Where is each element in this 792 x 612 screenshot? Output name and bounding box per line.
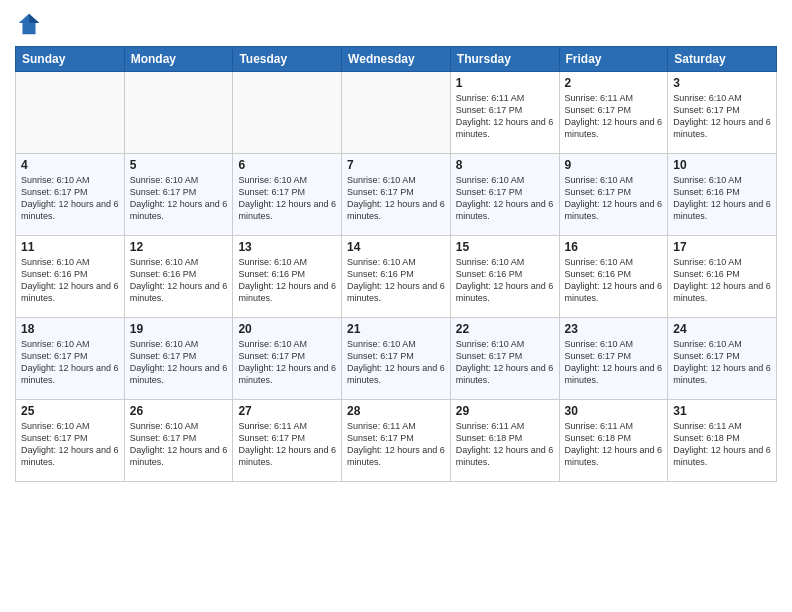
weekday-header-friday: Friday (559, 47, 668, 72)
calendar-table: SundayMondayTuesdayWednesdayThursdayFrid… (15, 46, 777, 482)
day-number: 21 (347, 322, 445, 336)
day-number: 8 (456, 158, 554, 172)
calendar-cell: 14Sunrise: 6:10 AM Sunset: 6:16 PM Dayli… (342, 236, 451, 318)
weekday-header-thursday: Thursday (450, 47, 559, 72)
day-number: 4 (21, 158, 119, 172)
day-number: 26 (130, 404, 228, 418)
day-info: Sunrise: 6:11 AM Sunset: 6:17 PM Dayligh… (238, 420, 336, 469)
calendar-cell: 12Sunrise: 6:10 AM Sunset: 6:16 PM Dayli… (124, 236, 233, 318)
day-info: Sunrise: 6:10 AM Sunset: 6:17 PM Dayligh… (130, 174, 228, 223)
day-number: 12 (130, 240, 228, 254)
day-number: 22 (456, 322, 554, 336)
day-info: Sunrise: 6:10 AM Sunset: 6:17 PM Dayligh… (21, 338, 119, 387)
calendar-week-1: 1Sunrise: 6:11 AM Sunset: 6:17 PM Daylig… (16, 72, 777, 154)
day-number: 7 (347, 158, 445, 172)
day-number: 2 (565, 76, 663, 90)
day-info: Sunrise: 6:10 AM Sunset: 6:17 PM Dayligh… (456, 174, 554, 223)
svg-marker-1 (29, 14, 39, 23)
day-number: 16 (565, 240, 663, 254)
calendar-cell: 9Sunrise: 6:10 AM Sunset: 6:17 PM Daylig… (559, 154, 668, 236)
weekday-header-saturday: Saturday (668, 47, 777, 72)
calendar-cell: 10Sunrise: 6:10 AM Sunset: 6:16 PM Dayli… (668, 154, 777, 236)
calendar-cell: 15Sunrise: 6:10 AM Sunset: 6:16 PM Dayli… (450, 236, 559, 318)
day-info: Sunrise: 6:10 AM Sunset: 6:17 PM Dayligh… (21, 420, 119, 469)
calendar-cell: 29Sunrise: 6:11 AM Sunset: 6:18 PM Dayli… (450, 400, 559, 482)
day-number: 30 (565, 404, 663, 418)
calendar-cell: 31Sunrise: 6:11 AM Sunset: 6:18 PM Dayli… (668, 400, 777, 482)
day-info: Sunrise: 6:11 AM Sunset: 6:17 PM Dayligh… (347, 420, 445, 469)
day-info: Sunrise: 6:10 AM Sunset: 6:17 PM Dayligh… (565, 174, 663, 223)
logo-icon (15, 10, 43, 38)
weekday-header-monday: Monday (124, 47, 233, 72)
day-info: Sunrise: 6:10 AM Sunset: 6:16 PM Dayligh… (673, 256, 771, 305)
day-number: 11 (21, 240, 119, 254)
day-number: 5 (130, 158, 228, 172)
weekday-header-sunday: Sunday (16, 47, 125, 72)
calendar-week-4: 18Sunrise: 6:10 AM Sunset: 6:17 PM Dayli… (16, 318, 777, 400)
day-info: Sunrise: 6:10 AM Sunset: 6:17 PM Dayligh… (565, 338, 663, 387)
day-info: Sunrise: 6:10 AM Sunset: 6:17 PM Dayligh… (130, 420, 228, 469)
calendar-cell: 19Sunrise: 6:10 AM Sunset: 6:17 PM Dayli… (124, 318, 233, 400)
day-number: 19 (130, 322, 228, 336)
day-info: Sunrise: 6:10 AM Sunset: 6:17 PM Dayligh… (456, 338, 554, 387)
day-info: Sunrise: 6:10 AM Sunset: 6:17 PM Dayligh… (347, 174, 445, 223)
calendar-cell (233, 72, 342, 154)
calendar-cell: 21Sunrise: 6:10 AM Sunset: 6:17 PM Dayli… (342, 318, 451, 400)
calendar-week-2: 4Sunrise: 6:10 AM Sunset: 6:17 PM Daylig… (16, 154, 777, 236)
calendar-week-3: 11Sunrise: 6:10 AM Sunset: 6:16 PM Dayli… (16, 236, 777, 318)
calendar-cell: 4Sunrise: 6:10 AM Sunset: 6:17 PM Daylig… (16, 154, 125, 236)
day-info: Sunrise: 6:10 AM Sunset: 6:16 PM Dayligh… (565, 256, 663, 305)
day-info: Sunrise: 6:10 AM Sunset: 6:17 PM Dayligh… (130, 338, 228, 387)
day-number: 9 (565, 158, 663, 172)
day-number: 31 (673, 404, 771, 418)
day-info: Sunrise: 6:10 AM Sunset: 6:17 PM Dayligh… (238, 338, 336, 387)
day-info: Sunrise: 6:10 AM Sunset: 6:16 PM Dayligh… (673, 174, 771, 223)
day-number: 6 (238, 158, 336, 172)
page: SundayMondayTuesdayWednesdayThursdayFrid… (0, 0, 792, 612)
day-info: Sunrise: 6:11 AM Sunset: 6:18 PM Dayligh… (565, 420, 663, 469)
calendar-cell: 30Sunrise: 6:11 AM Sunset: 6:18 PM Dayli… (559, 400, 668, 482)
day-info: Sunrise: 6:10 AM Sunset: 6:16 PM Dayligh… (456, 256, 554, 305)
calendar-cell: 26Sunrise: 6:10 AM Sunset: 6:17 PM Dayli… (124, 400, 233, 482)
day-info: Sunrise: 6:11 AM Sunset: 6:18 PM Dayligh… (456, 420, 554, 469)
day-info: Sunrise: 6:10 AM Sunset: 6:17 PM Dayligh… (673, 338, 771, 387)
day-info: Sunrise: 6:10 AM Sunset: 6:16 PM Dayligh… (347, 256, 445, 305)
calendar-cell: 25Sunrise: 6:10 AM Sunset: 6:17 PM Dayli… (16, 400, 125, 482)
day-info: Sunrise: 6:10 AM Sunset: 6:17 PM Dayligh… (673, 92, 771, 141)
calendar-cell: 11Sunrise: 6:10 AM Sunset: 6:16 PM Dayli… (16, 236, 125, 318)
day-number: 28 (347, 404, 445, 418)
day-number: 29 (456, 404, 554, 418)
weekday-header-wednesday: Wednesday (342, 47, 451, 72)
day-info: Sunrise: 6:10 AM Sunset: 6:17 PM Dayligh… (21, 174, 119, 223)
day-info: Sunrise: 6:10 AM Sunset: 6:16 PM Dayligh… (21, 256, 119, 305)
day-number: 15 (456, 240, 554, 254)
day-number: 17 (673, 240, 771, 254)
day-number: 1 (456, 76, 554, 90)
weekday-header-tuesday: Tuesday (233, 47, 342, 72)
calendar-week-5: 25Sunrise: 6:10 AM Sunset: 6:17 PM Dayli… (16, 400, 777, 482)
day-number: 23 (565, 322, 663, 336)
day-info: Sunrise: 6:10 AM Sunset: 6:16 PM Dayligh… (238, 256, 336, 305)
day-info: Sunrise: 6:10 AM Sunset: 6:17 PM Dayligh… (347, 338, 445, 387)
calendar-cell: 13Sunrise: 6:10 AM Sunset: 6:16 PM Dayli… (233, 236, 342, 318)
day-number: 3 (673, 76, 771, 90)
calendar-cell: 23Sunrise: 6:10 AM Sunset: 6:17 PM Dayli… (559, 318, 668, 400)
calendar-cell: 18Sunrise: 6:10 AM Sunset: 6:17 PM Dayli… (16, 318, 125, 400)
calendar-cell (16, 72, 125, 154)
day-info: Sunrise: 6:11 AM Sunset: 6:17 PM Dayligh… (565, 92, 663, 141)
calendar-cell: 20Sunrise: 6:10 AM Sunset: 6:17 PM Dayli… (233, 318, 342, 400)
day-number: 20 (238, 322, 336, 336)
day-info: Sunrise: 6:11 AM Sunset: 6:18 PM Dayligh… (673, 420, 771, 469)
calendar-cell: 3Sunrise: 6:10 AM Sunset: 6:17 PM Daylig… (668, 72, 777, 154)
calendar-cell: 16Sunrise: 6:10 AM Sunset: 6:16 PM Dayli… (559, 236, 668, 318)
calendar-cell (124, 72, 233, 154)
calendar-cell: 24Sunrise: 6:10 AM Sunset: 6:17 PM Dayli… (668, 318, 777, 400)
day-number: 25 (21, 404, 119, 418)
day-number: 24 (673, 322, 771, 336)
calendar-cell: 17Sunrise: 6:10 AM Sunset: 6:16 PM Dayli… (668, 236, 777, 318)
weekday-header-row: SundayMondayTuesdayWednesdayThursdayFrid… (16, 47, 777, 72)
day-number: 14 (347, 240, 445, 254)
day-number: 10 (673, 158, 771, 172)
calendar-cell: 8Sunrise: 6:10 AM Sunset: 6:17 PM Daylig… (450, 154, 559, 236)
calendar-cell: 1Sunrise: 6:11 AM Sunset: 6:17 PM Daylig… (450, 72, 559, 154)
